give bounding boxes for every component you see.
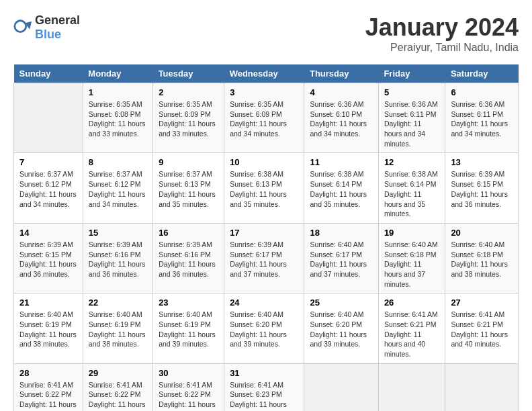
daylight: Daylight: 11 hours and 34 minutes. (89, 190, 146, 208)
sunset: Sunset: 6:17 PM (310, 250, 362, 259)
daylight: Daylight: 11 hours and 34 minutes. (310, 120, 367, 138)
day-number: 13 (451, 157, 513, 167)
day-detail: Sunrise: 6:38 AM Sunset: 6:14 PM Dayligh… (310, 169, 372, 209)
calendar-week-5: 28 Sunrise: 6:41 AM Sunset: 6:22 PM Dayl… (14, 363, 519, 411)
day-detail: Sunrise: 6:41 AM Sunset: 6:22 PM Dayligh… (89, 380, 147, 411)
calendar-cell: 30 Sunrise: 6:41 AM Sunset: 6:22 PM Dayl… (153, 363, 224, 411)
sunset: Sunset: 6:09 PM (230, 110, 282, 118)
sunrise: Sunrise: 6:40 AM (310, 240, 363, 248)
daylight: Daylight: 11 hours and 42 minutes. (230, 400, 287, 411)
sunset: Sunset: 6:13 PM (230, 180, 282, 188)
sunrise: Sunrise: 6:37 AM (19, 170, 73, 178)
daylight: Daylight: 11 hours and 35 minutes. (310, 190, 367, 208)
sunrise: Sunrise: 6:40 AM (230, 310, 283, 318)
sunset: Sunset: 6:15 PM (19, 250, 72, 259)
day-number: 15 (89, 228, 147, 238)
calendar-cell: 7 Sunrise: 6:37 AM Sunset: 6:12 PM Dayli… (14, 153, 83, 223)
calendar-cell: 1 Sunrise: 6:35 AM Sunset: 6:08 PM Dayli… (83, 83, 152, 153)
sunset: Sunset: 6:18 PM (384, 250, 437, 259)
day-detail: Sunrise: 6:40 AM Sunset: 6:19 PM Dayligh… (89, 310, 147, 349)
day-number: 20 (451, 228, 513, 238)
day-detail: Sunrise: 6:39 AM Sunset: 6:15 PM Dayligh… (19, 240, 77, 279)
day-number: 6 (451, 87, 513, 97)
calendar-cell: 17 Sunrise: 6:39 AM Sunset: 6:17 PM Dayl… (224, 223, 304, 293)
calendar-cell: 3 Sunrise: 6:35 AM Sunset: 6:09 PM Dayli… (224, 83, 304, 153)
day-detail: Sunrise: 6:38 AM Sunset: 6:13 PM Dayligh… (230, 169, 298, 209)
sunrise: Sunrise: 6:35 AM (230, 100, 283, 108)
calendar-cell (304, 363, 378, 411)
daylight: Daylight: 11 hours and 33 minutes. (159, 120, 216, 138)
calendar-cell: 19 Sunrise: 6:40 AM Sunset: 6:18 PM Dayl… (378, 223, 445, 293)
sunrise: Sunrise: 6:40 AM (384, 240, 438, 248)
sunrise: Sunrise: 6:39 AM (159, 240, 212, 248)
daylight: Daylight: 11 hours and 34 minutes. (19, 190, 77, 208)
calendar-cell: 25 Sunrise: 6:40 AM Sunset: 6:20 PM Dayl… (304, 293, 378, 363)
sunset: Sunset: 6:13 PM (159, 180, 211, 188)
daylight: Daylight: 11 hours and 35 minutes. (384, 190, 425, 218)
calendar-week-4: 21 Sunrise: 6:40 AM Sunset: 6:19 PM Dayl… (14, 293, 519, 363)
col-friday: Friday (378, 64, 445, 83)
day-number: 26 (384, 298, 440, 308)
day-detail: Sunrise: 6:40 AM Sunset: 6:20 PM Dayligh… (230, 310, 298, 349)
calendar-cell: 29 Sunrise: 6:41 AM Sunset: 6:22 PM Dayl… (83, 363, 152, 411)
day-number: 30 (159, 368, 218, 378)
daylight: Daylight: 11 hours and 41 minutes. (159, 400, 216, 411)
day-detail: Sunrise: 6:36 AM Sunset: 6:10 PM Dayligh… (310, 99, 372, 139)
day-number: 2 (159, 87, 218, 97)
calendar-cell: 14 Sunrise: 6:39 AM Sunset: 6:15 PM Dayl… (14, 223, 83, 293)
daylight: Daylight: 11 hours and 33 minutes. (89, 120, 146, 138)
sunset: Sunset: 6:22 PM (89, 390, 141, 398)
daylight: Daylight: 11 hours and 34 minutes. (451, 120, 508, 138)
daylight: Daylight: 11 hours and 39 minutes. (230, 330, 287, 349)
sunset: Sunset: 6:16 PM (89, 250, 141, 259)
col-saturday: Saturday (445, 64, 519, 83)
sunset: Sunset: 6:12 PM (19, 180, 72, 188)
calendar-cell: 24 Sunrise: 6:40 AM Sunset: 6:20 PM Dayl… (224, 293, 304, 363)
daylight: Daylight: 11 hours and 38 minutes. (89, 330, 146, 349)
sunrise: Sunrise: 6:39 AM (230, 240, 283, 248)
sunset: Sunset: 6:18 PM (451, 250, 503, 259)
daylight: Daylight: 11 hours and 36 minutes. (89, 260, 146, 278)
sunrise: Sunrise: 6:39 AM (451, 170, 504, 178)
title-area: January 2024 Peraiyur, Tamil Nadu, India (365, 13, 519, 54)
daylight: Daylight: 11 hours and 38 minutes. (451, 260, 508, 278)
day-number: 3 (230, 87, 298, 97)
daylight: Daylight: 11 hours and 41 minutes. (89, 400, 146, 411)
daylight: Daylight: 11 hours and 38 minutes. (19, 330, 77, 349)
calendar-cell: 31 Sunrise: 6:41 AM Sunset: 6:23 PM Dayl… (224, 363, 304, 411)
daylight: Daylight: 11 hours and 37 minutes. (230, 260, 287, 278)
sunset: Sunset: 6:14 PM (384, 180, 437, 188)
calendar-cell (14, 83, 83, 153)
col-wednesday: Wednesday (224, 64, 304, 83)
header: General Blue January 2024 Peraiyur, Tami… (13, 13, 519, 54)
calendar-week-2: 7 Sunrise: 6:37 AM Sunset: 6:12 PM Dayli… (14, 153, 519, 223)
calendar-cell: 27 Sunrise: 6:41 AM Sunset: 6:21 PM Dayl… (445, 293, 519, 363)
day-number: 21 (19, 298, 77, 308)
daylight: Daylight: 11 hours and 40 minutes. (451, 330, 508, 349)
sunset: Sunset: 6:14 PM (310, 180, 362, 188)
subtitle: Peraiyur, Tamil Nadu, India (365, 42, 519, 54)
sunset: Sunset: 6:11 PM (451, 110, 503, 118)
calendar-cell: 8 Sunrise: 6:37 AM Sunset: 6:12 PM Dayli… (83, 153, 152, 223)
day-detail: Sunrise: 6:40 AM Sunset: 6:20 PM Dayligh… (310, 310, 372, 349)
day-detail: Sunrise: 6:37 AM Sunset: 6:12 PM Dayligh… (19, 169, 77, 209)
day-number: 11 (310, 157, 372, 167)
sunrise: Sunrise: 6:35 AM (89, 100, 142, 108)
day-detail: Sunrise: 6:39 AM Sunset: 6:15 PM Dayligh… (451, 169, 513, 209)
sunrise: Sunrise: 6:40 AM (159, 310, 212, 318)
day-number: 5 (384, 87, 440, 97)
col-thursday: Thursday (304, 64, 378, 83)
sunrise: Sunrise: 6:40 AM (310, 310, 363, 318)
sunrise: Sunrise: 6:41 AM (159, 381, 212, 389)
day-number: 7 (19, 157, 77, 167)
day-number: 31 (230, 368, 298, 378)
sunset: Sunset: 6:19 PM (19, 320, 72, 328)
day-detail: Sunrise: 6:39 AM Sunset: 6:17 PM Dayligh… (230, 240, 298, 279)
sunset: Sunset: 6:21 PM (451, 320, 503, 328)
daylight: Daylight: 11 hours and 39 minutes. (159, 330, 216, 349)
sunset: Sunset: 6:09 PM (159, 110, 211, 118)
sunset: Sunset: 6:19 PM (159, 320, 211, 328)
calendar-cell: 5 Sunrise: 6:36 AM Sunset: 6:11 PM Dayli… (378, 83, 445, 153)
sunset: Sunset: 6:20 PM (310, 320, 362, 328)
main-title: January 2024 (365, 13, 519, 42)
